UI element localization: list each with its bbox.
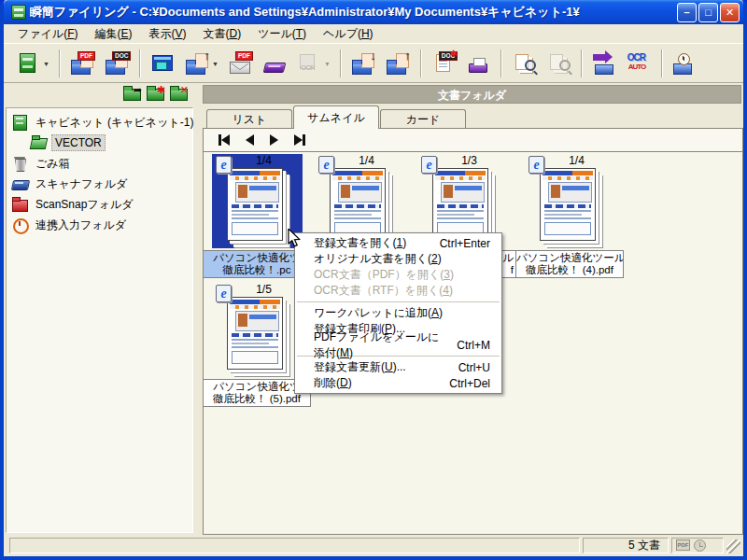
app-window: 瞬簡ファイリング - C:¥Documents and Settings¥Adm… bbox=[0, 0, 747, 560]
menu-h[interactable]: ヘルプ(H) bbox=[315, 24, 382, 44]
document-count: 5 文書 bbox=[583, 538, 669, 553]
context-menu-item[interactable]: 登録文書を開く(1) Ctrl+Enter bbox=[295, 235, 501, 251]
tree-item-scanner[interactable]: スキャナフォルダ bbox=[8, 174, 190, 194]
tree-item-red-folder[interactable]: ScanSnapフォルダ bbox=[8, 194, 190, 215]
dropdown-arrow-icon[interactable]: ▼ bbox=[324, 61, 331, 67]
mail-pdf-icon: PDF bbox=[228, 51, 253, 77]
resize-grip[interactable] bbox=[726, 539, 740, 553]
toolbar-separator bbox=[340, 49, 342, 77]
tree-item-cabinet[interactable]: キャビネット (キャビネット-1) bbox=[8, 112, 190, 133]
thumbnail-label[interactable]: パソコン快適化ツール徹底比較！ (4).pdf bbox=[515, 250, 624, 278]
tree-item-trash[interactable]: ごみ箱 bbox=[8, 153, 190, 174]
context-menu-item[interactable]: 登録文書更新(U)... Ctrl+U bbox=[295, 359, 501, 375]
register-document-button[interactable]: ▼ bbox=[181, 49, 222, 79]
document-preview bbox=[330, 168, 386, 241]
scanner-icon bbox=[12, 176, 29, 191]
app-icon bbox=[11, 5, 26, 20]
menu-f[interactable]: ファイル(F) bbox=[9, 24, 86, 44]
convert-icon bbox=[592, 51, 617, 77]
tab-カード[interactable]: カード bbox=[380, 109, 466, 129]
context-menu: 登録文書を開く(1) Ctrl+Enter オリジナル文書を開く(2) OCR文… bbox=[294, 232, 502, 394]
tree-item-open-folder[interactable]: VECTOR bbox=[8, 133, 190, 153]
shortcut-label: Ctrl+Enter bbox=[440, 237, 490, 250]
context-menu-item[interactable]: ワークパレットに追加(A) bbox=[295, 305, 501, 321]
scheduled-import-icon bbox=[672, 51, 698, 77]
register-folder-button[interactable] bbox=[382, 49, 415, 79]
menu-bar: ファイル(F)編集(E)表示(V)文書(D)ツール(T)ヘルプ(H) bbox=[4, 24, 743, 44]
ocr-button: ▼ bbox=[293, 49, 334, 79]
previous-page-button[interactable] bbox=[246, 133, 254, 147]
menu-d[interactable]: 文書(D) bbox=[195, 24, 250, 44]
tab-サムネイル[interactable]: サムネイル bbox=[293, 105, 379, 129]
capture-window-button[interactable] bbox=[147, 49, 179, 79]
new-document-button[interactable]: DOC bbox=[428, 49, 460, 79]
star-icon bbox=[431, 51, 457, 77]
toolbar-separator bbox=[500, 49, 502, 77]
cabinet-icon bbox=[16, 51, 41, 77]
mouse-cursor bbox=[286, 229, 303, 249]
menu-e[interactable]: 編集(E) bbox=[86, 24, 140, 44]
red-folder-icon bbox=[12, 197, 29, 212]
pdf-status-icon: PDF bbox=[676, 539, 690, 551]
open-doc-folder-icon: DOC bbox=[105, 51, 130, 77]
thumbnail-area: 1/4 e パソコン快適化ツ徹底比較！.pc 1/4 e 1/3 e ルf 1/… bbox=[203, 151, 743, 535]
status-bar: 5 文書 PDF bbox=[4, 535, 743, 556]
last-page-button[interactable] bbox=[294, 133, 305, 147]
ie-document-icon: e bbox=[216, 156, 232, 174]
print-icon bbox=[466, 51, 491, 77]
capture-window-icon bbox=[150, 51, 176, 77]
scan-button[interactable] bbox=[259, 49, 291, 79]
toolbar-separator bbox=[661, 49, 663, 77]
scheduled-import-button[interactable] bbox=[669, 49, 701, 79]
dropdown-arrow-icon[interactable]: ▼ bbox=[43, 61, 49, 67]
ocr-icon bbox=[297, 51, 322, 77]
document-preview bbox=[227, 297, 283, 370]
tab-リスト[interactable]: リスト bbox=[206, 109, 292, 129]
menu-t[interactable]: ツール(T) bbox=[249, 24, 315, 44]
open-doc-folder-button[interactable]: DOC bbox=[101, 49, 134, 79]
toolbar-separator bbox=[139, 49, 141, 77]
ie-document-icon: e bbox=[318, 156, 334, 174]
menu-separator bbox=[297, 301, 500, 302]
thumbnail[interactable]: 1/5 e bbox=[212, 283, 303, 377]
parent-folder-button[interactable]: ➦ bbox=[123, 89, 141, 101]
new-document-icon: DOC bbox=[431, 51, 457, 77]
delete-folder-button[interactable]: ✕ bbox=[170, 89, 188, 101]
next-page-button[interactable] bbox=[270, 133, 278, 147]
clock-status-icon bbox=[694, 539, 706, 552]
dropdown-arrow-icon[interactable]: ▼ bbox=[212, 61, 218, 67]
document-folder-header: 文書フォルダ bbox=[203, 85, 741, 104]
minimize-button[interactable]: – bbox=[677, 3, 697, 22]
ocr-auto-button[interactable] bbox=[623, 49, 655, 79]
cabinet-button[interactable]: ▼ bbox=[12, 49, 53, 79]
open-pdf-folder-button[interactable]: PDF bbox=[66, 49, 99, 79]
maximize-button[interactable]: □ bbox=[698, 3, 718, 22]
document-preview bbox=[540, 168, 596, 241]
context-menu-item[interactable]: 削除(D) Ctrl+Del bbox=[295, 375, 501, 391]
document-preview bbox=[432, 168, 488, 241]
thumbnail[interactable]: 1/4 e bbox=[525, 154, 615, 248]
context-menu-item[interactable]: PDFファイルをメールに添付(M) Ctrl+M bbox=[295, 337, 501, 353]
print-button[interactable] bbox=[462, 49, 495, 79]
register-document-icon bbox=[185, 51, 210, 77]
down-arrow-icon bbox=[351, 51, 376, 77]
hand-icon bbox=[185, 51, 210, 77]
first-page-button[interactable] bbox=[218, 133, 230, 147]
toolbar-separator bbox=[581, 49, 583, 77]
tree-item-input-folder[interactable]: 連携入力フォルダ bbox=[8, 215, 190, 235]
close-button[interactable]: ✕ bbox=[720, 3, 740, 22]
search-document-button[interactable] bbox=[508, 49, 541, 79]
open-folder-icon bbox=[31, 135, 48, 150]
context-menu-item: OCR文書（RTF）を開く(4) bbox=[295, 283, 501, 299]
import-folder-button[interactable] bbox=[347, 49, 380, 79]
view-document-button bbox=[543, 49, 575, 79]
new-folder-button[interactable]: ✱ bbox=[147, 89, 164, 101]
window-title: 瞬簡ファイリング - C:¥Documents and Settings¥Adm… bbox=[30, 4, 675, 21]
magnifier-icon bbox=[512, 51, 537, 77]
context-menu-item[interactable]: オリジナル文書を開く(2) bbox=[295, 251, 501, 267]
menu-v[interactable]: 表示(V) bbox=[140, 24, 194, 44]
toolbar-separator bbox=[59, 49, 61, 77]
mail-pdf-button[interactable]: PDF bbox=[224, 49, 257, 79]
convert-button[interactable] bbox=[588, 49, 621, 79]
input-folder-icon bbox=[12, 217, 29, 232]
